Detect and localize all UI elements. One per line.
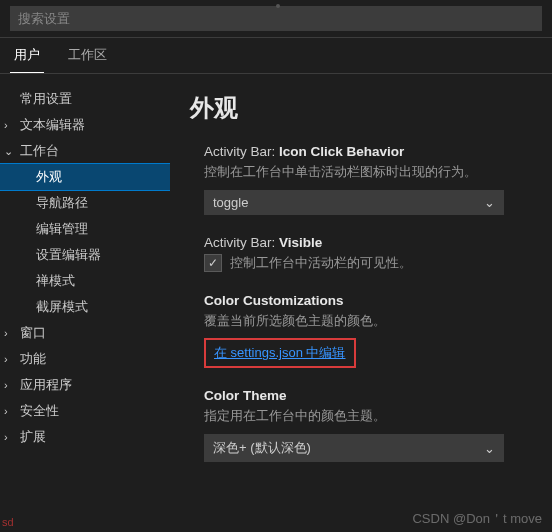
chevron-right-icon: › [4, 349, 18, 369]
check-icon: ✓ [208, 256, 218, 270]
chevron-down-icon: ⌄ [484, 441, 495, 456]
select-value: 深色+ (默认深色) [213, 439, 311, 457]
chevron-down-icon: ⌄ [4, 141, 18, 161]
setting-group-label: Activity Bar: [204, 235, 279, 250]
setting-name-label: Visible [279, 235, 322, 250]
checkbox-activity-bar-visible[interactable]: ✓ [204, 254, 222, 272]
setting-description: 指定用在工作台中的颜色主题。 [204, 407, 532, 426]
edit-in-settings-json-link[interactable]: 在 settings.json 中编辑 [214, 345, 346, 360]
sidebar-item-application[interactable]: ›应用程序 [0, 372, 170, 398]
sidebar-item-features[interactable]: ›功能 [0, 346, 170, 372]
sidebar-item-text-editor[interactable]: ›文本编辑器 [0, 112, 170, 138]
chevron-right-icon: › [4, 323, 18, 343]
sidebar-item-screencast[interactable]: 截屏模式 [0, 294, 170, 320]
chevron-down-icon: ⌄ [484, 195, 495, 210]
setting-group-label: Activity Bar: [204, 144, 279, 159]
sidebar-item-window[interactable]: ›窗口 [0, 320, 170, 346]
search-input[interactable] [10, 6, 542, 31]
tab-workspace[interactable]: 工作区 [64, 38, 111, 73]
setting-name-label: Color Theme [204, 388, 287, 403]
sidebar-item-editor-mgmt[interactable]: 编辑管理 [0, 216, 170, 242]
setting-description: 控制工作台中活动栏的可见性。 [230, 254, 412, 273]
tab-user[interactable]: 用户 [10, 38, 44, 73]
sidebar-item-settings-editor[interactable]: 设置编辑器 [0, 242, 170, 268]
setting-name-label: Icon Click Behavior [279, 144, 404, 159]
settings-content: 外观 Activity Bar: Icon Click Behavior 控制在… [170, 74, 552, 532]
sidebar-item-common[interactable]: 常用设置 [0, 86, 170, 112]
settings-tree: 常用设置 ›文本编辑器 ⌄工作台 外观 导航路径 编辑管理 设置编辑器 禅模式 … [0, 74, 170, 532]
select-icon-click-behavior[interactable]: toggle ⌄ [204, 190, 504, 215]
sidebar-item-breadcrumb[interactable]: 导航路径 [0, 190, 170, 216]
chevron-right-icon: › [4, 375, 18, 395]
sidebar-item-extensions[interactable]: ›扩展 [0, 424, 170, 450]
setting-color-customizations: Color Customizations 覆盖当前所选颜色主题的颜色。 在 se… [190, 293, 532, 369]
setting-description: 控制在工作台中单击活动栏图标时出现的行为。 [204, 163, 532, 182]
setting-description: 覆盖当前所选颜色主题的颜色。 [204, 312, 532, 331]
section-heading: 外观 [190, 92, 532, 124]
sidebar-item-appearance[interactable]: 外观 [0, 164, 170, 190]
setting-name-label: Color Customizations [204, 293, 344, 308]
select-color-theme[interactable]: 深色+ (默认深色) ⌄ [204, 434, 504, 462]
sidebar-item-zen-mode[interactable]: 禅模式 [0, 268, 170, 294]
annotation-highlight: 在 settings.json 中编辑 [204, 338, 356, 368]
setting-color-theme: Color Theme 指定用在工作台中的颜色主题。 深色+ (默认深色) ⌄ [190, 388, 532, 462]
scope-tabs: 用户 工作区 [0, 38, 552, 74]
sidebar-item-workbench[interactable]: ⌄工作台 [0, 138, 170, 164]
chevron-right-icon: › [4, 427, 18, 447]
chevron-right-icon: › [4, 401, 18, 421]
chevron-right-icon: › [4, 115, 18, 135]
setting-activity-bar-icon-click: Activity Bar: Icon Click Behavior 控制在工作台… [190, 144, 532, 215]
select-value: toggle [213, 195, 248, 210]
setting-activity-bar-visible: Activity Bar: Visible ✓ 控制工作台中活动栏的可见性。 [190, 235, 532, 273]
drag-handle-dot [276, 4, 280, 8]
sidebar-item-security[interactable]: ›安全性 [0, 398, 170, 424]
